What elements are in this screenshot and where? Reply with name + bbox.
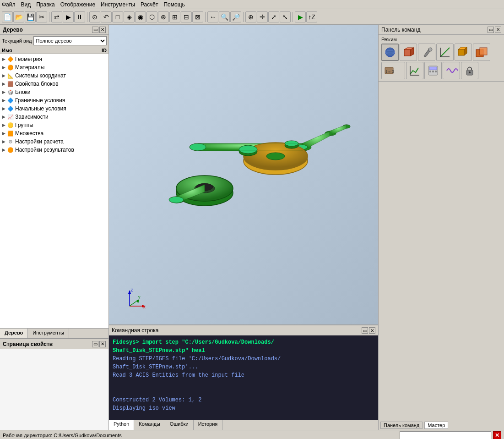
tb-pause[interactable]: ⏸ bbox=[74, 11, 85, 22]
calc-settings-label: Настройки расчета bbox=[15, 138, 108, 145]
statusbar-input[interactable] bbox=[400, 431, 491, 439]
tb-extra2[interactable]: ✛ bbox=[257, 11, 268, 22]
mode-btn-chart[interactable] bbox=[436, 44, 454, 61]
tab-tree[interactable]: Дерево bbox=[0, 329, 28, 338]
tree-col-id: ID bbox=[93, 48, 107, 53]
svg-text:Z: Z bbox=[130, 288, 133, 292]
tb-extra3[interactable]: ⤢ bbox=[268, 11, 279, 22]
bottom-tab-master[interactable]: Мастер bbox=[424, 422, 448, 429]
expand-icon-blocks: ▶ bbox=[1, 89, 6, 95]
lower-left-close[interactable]: ✕ bbox=[99, 341, 106, 347]
tree-item-geometry[interactable]: ▶ 🔶 Геометрия bbox=[0, 55, 108, 63]
menu-edit[interactable]: Правка bbox=[36, 1, 55, 8]
bottom-tab-panel-commands[interactable]: Панель команд bbox=[380, 422, 423, 429]
tb-shape1[interactable]: ◈ bbox=[124, 11, 135, 22]
sets-label: Множества bbox=[15, 130, 108, 137]
tb-extra4[interactable]: ⤡ bbox=[280, 11, 291, 22]
tb-shape5[interactable]: ⊞ bbox=[169, 11, 180, 22]
menu-tools[interactable]: Инструменты bbox=[101, 1, 135, 8]
dependencies-label: Зависимости bbox=[15, 114, 108, 120]
tb-rect[interactable]: □ bbox=[112, 11, 123, 22]
tree-col-name: Имя bbox=[2, 48, 93, 53]
tb-open[interactable]: 📂 bbox=[13, 11, 24, 22]
mode-btn-t0[interactable]: t = 0 bbox=[381, 62, 405, 79]
mode-btn-wrench[interactable] bbox=[418, 44, 435, 61]
menu-view[interactable]: Вид bbox=[21, 1, 31, 8]
viewport[interactable]: Z X Y bbox=[109, 25, 378, 324]
tree-item-block-props[interactable]: ▶ 🟫 Свойства блоков bbox=[0, 80, 108, 88]
cmd-line-8: Constructed 2 Volumes: 1, 2 bbox=[113, 396, 374, 404]
cmd-line-4: Shaft_Disk_STEPnew.stp'... bbox=[113, 363, 374, 371]
right-panel-bottom-tabs: Панель команд Мастер bbox=[379, 420, 504, 430]
menu-help[interactable]: Помощь bbox=[163, 1, 184, 8]
tb-shape3[interactable]: ⬡ bbox=[146, 11, 157, 22]
cmd-content[interactable]: Fidesys> import step "C:/Users/Gudkova/D… bbox=[109, 335, 378, 420]
tb-zoom-out[interactable]: 🔎 bbox=[230, 11, 241, 22]
cmd-tab-commands[interactable]: Команды bbox=[134, 420, 165, 430]
initial-label: Начальные условия bbox=[15, 105, 108, 112]
menu-display[interactable]: Отображение bbox=[60, 1, 95, 8]
tree-item-initial[interactable]: ▶ 🔷 Начальные условия bbox=[0, 104, 108, 113]
tb-import[interactable]: ⇄ bbox=[51, 11, 62, 22]
mode-btn-wave[interactable] bbox=[443, 62, 460, 79]
right-panel-header: Панель команд ▭ ✕ bbox=[379, 25, 504, 35]
lower-left-body bbox=[0, 349, 108, 430]
cmd-title: Командная строка bbox=[112, 327, 158, 334]
mode-btn-sphere[interactable] bbox=[381, 44, 399, 61]
tb-run[interactable]: ▶ bbox=[63, 11, 74, 22]
tb-sep1 bbox=[49, 12, 49, 22]
lower-left-restore[interactable]: ▭ bbox=[92, 341, 98, 347]
tree-item-dependencies[interactable]: ▶ 📈 Зависимости bbox=[0, 113, 108, 121]
mode-btn-cube[interactable] bbox=[400, 44, 417, 61]
left-panel-controls: ▭ ✕ bbox=[92, 27, 106, 33]
tab-tools[interactable]: Инструменты bbox=[28, 329, 69, 338]
viewport-3d bbox=[109, 25, 378, 324]
cmd-tab-errors[interactable]: Ошибки bbox=[165, 420, 194, 430]
tree-view-select[interactable]: Полное дерево Геометрия Физика bbox=[33, 36, 107, 45]
right-panel-close[interactable]: ✕ bbox=[495, 27, 501, 33]
cmd-tab-history[interactable]: История bbox=[194, 420, 223, 430]
tree-item-materials[interactable]: ▶ 🟠 Материалы bbox=[0, 63, 108, 71]
tb-shape2[interactable]: ◉ bbox=[135, 11, 146, 22]
menu-calc[interactable]: Расчёт bbox=[141, 1, 158, 8]
block-props-label: Свойства блоков bbox=[15, 81, 108, 87]
tb-zoom-in[interactable]: 🔍 bbox=[219, 11, 230, 22]
mode-btn-calc[interactable] bbox=[424, 62, 442, 79]
mode-btn-box[interactable] bbox=[473, 44, 490, 61]
tree-item-boundary[interactable]: ▶ 🔷 Граничные условия bbox=[0, 96, 108, 104]
tb-arrow-up[interactable]: ↑Z bbox=[306, 11, 317, 22]
tree-item-calc-settings[interactable]: ▶ ⚙ Настройки расчета bbox=[0, 137, 108, 146]
lower-left-controls: ▭ ✕ bbox=[92, 341, 106, 347]
tree-item-coord[interactable]: ▶ 📐 Системы координат bbox=[0, 71, 108, 80]
mode-btn-3dcube[interactable] bbox=[455, 44, 472, 61]
tb-cut[interactable]: ✂ bbox=[36, 11, 47, 22]
tb-new[interactable]: 📄 bbox=[2, 11, 13, 22]
cmd-tab-python[interactable]: Python bbox=[109, 420, 134, 430]
menu-file[interactable]: Файл bbox=[2, 1, 16, 8]
geometry-icon: 🔶 bbox=[7, 55, 14, 63]
cmd-close[interactable]: ✕ bbox=[369, 327, 375, 334]
left-panel-close[interactable]: ✕ bbox=[99, 27, 106, 33]
tb-shape6[interactable]: ⊟ bbox=[181, 11, 192, 22]
tree-item-result-settings[interactable]: ▶ 🟠 Настройки результатов bbox=[0, 146, 108, 154]
left-panel-restore[interactable]: ▭ bbox=[92, 27, 98, 33]
tree-item-groups[interactable]: ▶ 🟡 Группы bbox=[0, 121, 108, 129]
mode-btn-graph[interactable] bbox=[406, 62, 423, 79]
tree-item-blocks[interactable]: ▶ 🎲 Блоки bbox=[0, 88, 108, 96]
cmd-line-6 bbox=[113, 379, 374, 388]
tb-extra1[interactable]: ⊕ bbox=[245, 11, 256, 22]
tb-undo[interactable]: ↶ bbox=[101, 11, 112, 22]
svg-rect-36 bbox=[404, 49, 411, 56]
tb-scale[interactable]: ↔ bbox=[207, 11, 218, 22]
left-panel-header: Дерево ▭ ✕ bbox=[0, 25, 108, 35]
tb-view1[interactable]: ⊙ bbox=[89, 11, 100, 22]
statusbar-stop-icon[interactable]: ✕ bbox=[493, 431, 501, 439]
tree-item-sets[interactable]: ▶ 🟧 Множества bbox=[0, 129, 108, 137]
tb-play-green[interactable]: ▶ bbox=[295, 11, 306, 22]
tb-shape7[interactable]: ⊠ bbox=[192, 11, 203, 22]
tb-shape4[interactable]: ⊛ bbox=[158, 11, 169, 22]
mode-btn-lock[interactable] bbox=[461, 62, 478, 79]
cmd-restore[interactable]: ▭ bbox=[362, 327, 368, 334]
tb-save[interactable]: 💾 bbox=[25, 11, 36, 22]
right-panel-restore[interactable]: ▭ bbox=[488, 27, 494, 33]
